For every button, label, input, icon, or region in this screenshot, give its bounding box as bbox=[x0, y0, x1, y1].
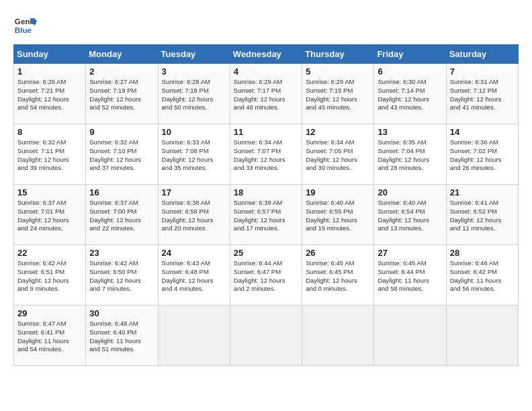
day-number: 24 bbox=[162, 248, 226, 258]
calendar-cell: 29Sunrise: 6:47 AM Sunset: 6:41 PM Dayli… bbox=[14, 306, 86, 366]
weekday-header: Thursday bbox=[302, 45, 374, 64]
calendar-cell: 28Sunrise: 6:46 AM Sunset: 6:42 PM Dayli… bbox=[446, 245, 518, 306]
day-info: Sunrise: 6:31 AM Sunset: 7:12 PM Dayligh… bbox=[450, 78, 515, 112]
day-info: Sunrise: 6:30 AM Sunset: 7:14 PM Dayligh… bbox=[378, 78, 442, 112]
calendar-cell: 14Sunrise: 6:36 AM Sunset: 7:02 PM Dayli… bbox=[446, 124, 518, 185]
calendar-cell bbox=[374, 306, 446, 366]
calendar-cell: 24Sunrise: 6:43 AM Sunset: 6:48 PM Dayli… bbox=[158, 245, 230, 306]
calendar-cell: 30Sunrise: 6:48 AM Sunset: 6:40 PM Dayli… bbox=[86, 306, 158, 366]
calendar-cell: 1Sunrise: 6:26 AM Sunset: 7:21 PM Daylig… bbox=[14, 64, 86, 124]
day-number: 17 bbox=[162, 187, 226, 197]
calendar-cell: 11Sunrise: 6:34 AM Sunset: 7:07 PM Dayli… bbox=[230, 124, 302, 185]
calendar-cell: 15Sunrise: 6:37 AM Sunset: 7:01 PM Dayli… bbox=[14, 185, 86, 245]
day-number: 27 bbox=[378, 248, 442, 258]
weekday-header: Sunday bbox=[14, 45, 86, 64]
calendar-cell: 22Sunrise: 6:42 AM Sunset: 6:51 PM Dayli… bbox=[14, 245, 86, 306]
day-info: Sunrise: 6:36 AM Sunset: 7:02 PM Dayligh… bbox=[450, 138, 515, 173]
day-info: Sunrise: 6:44 AM Sunset: 6:47 PM Dayligh… bbox=[234, 259, 298, 293]
day-number: 8 bbox=[17, 127, 82, 137]
calendar-cell: 8Sunrise: 6:32 AM Sunset: 7:11 PM Daylig… bbox=[14, 124, 86, 185]
day-info: Sunrise: 6:28 AM Sunset: 7:18 PM Dayligh… bbox=[162, 78, 226, 112]
day-info: Sunrise: 6:41 AM Sunset: 6:52 PM Dayligh… bbox=[450, 199, 515, 233]
day-number: 21 bbox=[450, 187, 515, 197]
weekday-header: Saturday bbox=[446, 45, 518, 64]
day-info: Sunrise: 6:29 AM Sunset: 7:15 PM Dayligh… bbox=[306, 78, 370, 112]
day-number: 12 bbox=[306, 127, 370, 137]
day-number: 10 bbox=[162, 127, 226, 137]
calendar-cell: 10Sunrise: 6:33 AM Sunset: 7:08 PM Dayli… bbox=[158, 124, 230, 185]
day-number: 15 bbox=[17, 187, 82, 197]
logo: General Blue bbox=[13, 13, 38, 38]
day-info: Sunrise: 6:35 AM Sunset: 7:04 PM Dayligh… bbox=[378, 138, 442, 173]
calendar-cell: 20Sunrise: 6:40 AM Sunset: 6:54 PM Dayli… bbox=[374, 185, 446, 245]
day-info: Sunrise: 6:32 AM Sunset: 7:10 PM Dayligh… bbox=[89, 138, 154, 173]
calendar-cell: 3Sunrise: 6:28 AM Sunset: 7:18 PM Daylig… bbox=[158, 64, 230, 124]
day-info: Sunrise: 6:34 AM Sunset: 7:05 PM Dayligh… bbox=[306, 138, 370, 173]
day-number: 18 bbox=[234, 187, 298, 197]
calendar-cell bbox=[446, 306, 518, 366]
weekday-header: Friday bbox=[374, 45, 446, 64]
day-number: 7 bbox=[450, 66, 515, 77]
page-header: General Blue bbox=[13, 13, 519, 38]
logo-icon: General Blue bbox=[13, 13, 38, 38]
calendar-cell: 6Sunrise: 6:30 AM Sunset: 7:14 PM Daylig… bbox=[374, 64, 446, 124]
day-number: 11 bbox=[234, 127, 298, 137]
day-info: Sunrise: 6:45 AM Sunset: 6:44 PM Dayligh… bbox=[378, 259, 442, 293]
svg-text:Blue: Blue bbox=[15, 26, 32, 34]
calendar-cell: 18Sunrise: 6:39 AM Sunset: 6:57 PM Dayli… bbox=[230, 185, 302, 245]
calendar-cell: 23Sunrise: 6:42 AM Sunset: 6:50 PM Dayli… bbox=[86, 245, 158, 306]
day-info: Sunrise: 6:40 AM Sunset: 6:55 PM Dayligh… bbox=[306, 199, 370, 233]
day-number: 28 bbox=[450, 248, 515, 258]
calendar-cell: 9Sunrise: 6:32 AM Sunset: 7:10 PM Daylig… bbox=[86, 124, 158, 185]
calendar-cell: 4Sunrise: 6:29 AM Sunset: 7:17 PM Daylig… bbox=[230, 64, 302, 124]
weekday-header: Wednesday bbox=[230, 45, 302, 64]
calendar-cell bbox=[302, 306, 374, 366]
day-info: Sunrise: 6:38 AM Sunset: 6:58 PM Dayligh… bbox=[162, 199, 226, 233]
calendar-cell: 16Sunrise: 6:37 AM Sunset: 7:00 PM Dayli… bbox=[86, 185, 158, 245]
day-number: 9 bbox=[89, 127, 154, 137]
day-info: Sunrise: 6:46 AM Sunset: 6:42 PM Dayligh… bbox=[450, 259, 515, 293]
calendar-cell: 2Sunrise: 6:27 AM Sunset: 7:19 PM Daylig… bbox=[86, 64, 158, 124]
day-number: 20 bbox=[378, 187, 442, 197]
day-number: 25 bbox=[234, 248, 298, 258]
calendar-cell bbox=[230, 306, 302, 366]
day-number: 19 bbox=[306, 187, 370, 197]
day-number: 13 bbox=[378, 127, 442, 137]
calendar-table: SundayMondayTuesdayWednesdayThursdayFrid… bbox=[13, 44, 519, 366]
day-info: Sunrise: 6:40 AM Sunset: 6:54 PM Dayligh… bbox=[378, 199, 442, 233]
day-info: Sunrise: 6:37 AM Sunset: 7:00 PM Dayligh… bbox=[89, 199, 154, 233]
day-number: 23 bbox=[89, 248, 154, 258]
calendar-cell: 21Sunrise: 6:41 AM Sunset: 6:52 PM Dayli… bbox=[446, 185, 518, 245]
day-info: Sunrise: 6:48 AM Sunset: 6:40 PM Dayligh… bbox=[89, 320, 154, 354]
day-info: Sunrise: 6:32 AM Sunset: 7:11 PM Dayligh… bbox=[17, 138, 82, 173]
day-info: Sunrise: 6:43 AM Sunset: 6:48 PM Dayligh… bbox=[162, 259, 226, 293]
day-info: Sunrise: 6:42 AM Sunset: 6:51 PM Dayligh… bbox=[17, 259, 82, 293]
calendar-cell: 27Sunrise: 6:45 AM Sunset: 6:44 PM Dayli… bbox=[374, 245, 446, 306]
day-info: Sunrise: 6:34 AM Sunset: 7:07 PM Dayligh… bbox=[234, 138, 298, 173]
day-info: Sunrise: 6:45 AM Sunset: 6:45 PM Dayligh… bbox=[306, 259, 370, 293]
day-info: Sunrise: 6:47 AM Sunset: 6:41 PM Dayligh… bbox=[17, 320, 82, 354]
day-number: 6 bbox=[378, 66, 442, 77]
day-number: 2 bbox=[89, 66, 154, 77]
weekday-header: Monday bbox=[86, 45, 158, 64]
calendar-cell: 12Sunrise: 6:34 AM Sunset: 7:05 PM Dayli… bbox=[302, 124, 374, 185]
day-number: 4 bbox=[234, 66, 298, 77]
calendar-cell: 25Sunrise: 6:44 AM Sunset: 6:47 PM Dayli… bbox=[230, 245, 302, 306]
calendar-cell: 17Sunrise: 6:38 AM Sunset: 6:58 PM Dayli… bbox=[158, 185, 230, 245]
calendar-cell: 26Sunrise: 6:45 AM Sunset: 6:45 PM Dayli… bbox=[302, 245, 374, 306]
day-number: 5 bbox=[306, 66, 370, 77]
day-info: Sunrise: 6:27 AM Sunset: 7:19 PM Dayligh… bbox=[89, 78, 154, 112]
calendar-cell: 5Sunrise: 6:29 AM Sunset: 7:15 PM Daylig… bbox=[302, 64, 374, 124]
day-info: Sunrise: 6:39 AM Sunset: 6:57 PM Dayligh… bbox=[234, 199, 298, 233]
day-info: Sunrise: 6:37 AM Sunset: 7:01 PM Dayligh… bbox=[17, 199, 82, 233]
calendar-cell: 7Sunrise: 6:31 AM Sunset: 7:12 PM Daylig… bbox=[446, 64, 518, 124]
day-number: 1 bbox=[17, 66, 82, 77]
calendar-cell: 19Sunrise: 6:40 AM Sunset: 6:55 PM Dayli… bbox=[302, 185, 374, 245]
calendar-cell: 13Sunrise: 6:35 AM Sunset: 7:04 PM Dayli… bbox=[374, 124, 446, 185]
calendar-cell bbox=[158, 306, 230, 366]
day-info: Sunrise: 6:29 AM Sunset: 7:17 PM Dayligh… bbox=[234, 78, 298, 112]
day-number: 30 bbox=[89, 308, 154, 318]
day-info: Sunrise: 6:42 AM Sunset: 6:50 PM Dayligh… bbox=[89, 259, 154, 293]
day-number: 16 bbox=[89, 187, 154, 197]
day-info: Sunrise: 6:26 AM Sunset: 7:21 PM Dayligh… bbox=[17, 78, 82, 112]
